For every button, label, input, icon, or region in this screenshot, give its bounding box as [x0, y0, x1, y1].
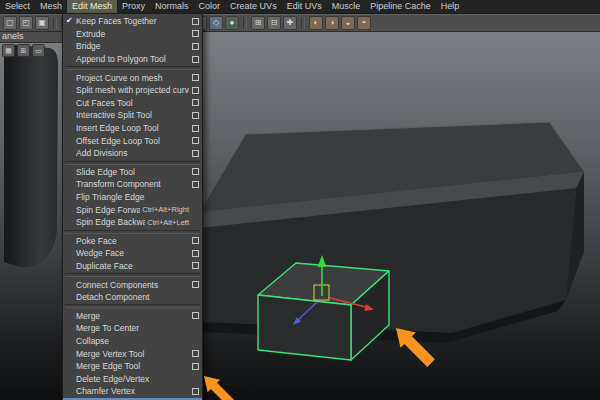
- option-box-icon[interactable]: [192, 112, 199, 119]
- menu-item-label: Append to Polygon Tool: [76, 54, 189, 64]
- menu-separator: [65, 304, 200, 308]
- menubar-item-edit-uvs[interactable]: Edit UVs: [282, 0, 327, 13]
- option-box-icon[interactable]: [192, 350, 199, 357]
- menubar-item-color[interactable]: Color: [194, 0, 226, 13]
- cylinder-object[interactable]: [4, 44, 58, 267]
- menu-item-bridge[interactable]: Bridge: [63, 40, 202, 53]
- menu-item-connect-components[interactable]: Connect Components: [63, 278, 202, 291]
- menu-item-transform-component[interactable]: Transform Component: [63, 178, 202, 191]
- menu-item-merge-to-center[interactable]: Merge To Center: [63, 322, 202, 335]
- render-current-frame-icon[interactable]: ◑: [325, 16, 339, 30]
- ipr-render-icon[interactable]: ◒: [341, 16, 355, 30]
- option-box-spacer: [192, 337, 199, 344]
- option-box-icon[interactable]: [192, 281, 199, 288]
- menu-item-add-divisions[interactable]: Add Divisions: [63, 147, 202, 160]
- toolbar-separator: [243, 17, 247, 29]
- menu-item-label: Collapse: [76, 336, 189, 346]
- option-box-spacer: [192, 219, 199, 226]
- menu-item-spin-edge-backward[interactable]: Spin Edge BackwardCtrl+Alt+Left: [63, 216, 202, 229]
- menu-item-split-mesh-with-projected-curve[interactable]: Split mesh with projected curve: [63, 84, 202, 97]
- menubar-item-pipeline-cache[interactable]: Pipeline Cache: [365, 0, 436, 13]
- menu-item-keep-faces-together[interactable]: ✔Keep Faces Together: [63, 15, 202, 28]
- menu-item-project-curve-on-mesh[interactable]: Project Curve on mesh: [63, 71, 202, 84]
- option-box-icon[interactable]: [192, 74, 199, 81]
- option-box-icon[interactable]: [192, 56, 199, 63]
- menu-item-label: Cut Faces Tool: [76, 98, 189, 108]
- option-box-spacer: [192, 325, 199, 332]
- menu-item-interactive-split-tool[interactable]: Interactive Split Tool: [63, 109, 202, 122]
- input-connections-icon[interactable]: ⊞: [251, 16, 265, 30]
- menubar-item-edit-mesh[interactable]: Edit Mesh: [67, 0, 117, 13]
- option-box-icon[interactable]: [192, 87, 199, 94]
- menu-item-label: Connect Components: [76, 280, 189, 290]
- option-box-icon[interactable]: [192, 125, 199, 132]
- option-box-icon[interactable]: [192, 168, 199, 175]
- option-box-icon[interactable]: [192, 137, 199, 144]
- menu-item-collapse[interactable]: Collapse: [63, 335, 202, 348]
- menu-item-label: Wedge Face: [76, 248, 189, 258]
- menu-item-label: Merge Vertex Tool: [76, 349, 189, 359]
- option-box-icon[interactable]: [192, 18, 199, 25]
- file-new-icon[interactable]: ▢: [3, 16, 17, 30]
- menubar-item-create-uvs[interactable]: Create UVs: [225, 0, 282, 13]
- menu-item-label: Duplicate Face: [76, 261, 189, 271]
- snap-to-plane-icon[interactable]: ◇: [209, 16, 223, 30]
- option-box-icon[interactable]: [192, 388, 199, 395]
- render-settings-icon[interactable]: ◓: [357, 16, 371, 30]
- menu-item-insert-edge-loop-tool[interactable]: Insert Edge Loop Tool: [63, 122, 202, 135]
- option-box-icon[interactable]: [192, 150, 199, 157]
- menu-item-offset-edge-loop-tool[interactable]: Offset Edge Loop Tool: [63, 134, 202, 147]
- menu-item-label: Add Divisions: [76, 148, 189, 158]
- option-box-icon[interactable]: [192, 237, 199, 244]
- menu-item-detach-component[interactable]: Detach Component: [63, 291, 202, 304]
- menu-item-chamfer-vertex[interactable]: Chamfer Vertex: [63, 385, 202, 398]
- menu-item-slide-edge-tool[interactable]: Slide Edge Tool: [63, 166, 202, 179]
- menu-separator: [65, 66, 200, 70]
- option-box-icon[interactable]: [192, 99, 199, 106]
- menu-item-append-to-polygon-tool[interactable]: Append to Polygon Tool: [63, 53, 202, 66]
- menu-item-merge-edge-tool[interactable]: Merge Edge Tool: [63, 360, 202, 373]
- make-live-icon[interactable]: ●: [225, 16, 239, 30]
- menubar-item-mesh[interactable]: Mesh: [35, 0, 67, 13]
- menu-item-flip-triangle-edge[interactable]: Flip Triangle Edge: [63, 191, 202, 204]
- option-box-icon[interactable]: [192, 30, 199, 37]
- construction-history-icon[interactable]: ✚: [283, 16, 297, 30]
- menu-item-label: Chamfer Vertex: [76, 386, 189, 396]
- output-connections-icon[interactable]: ⊟: [267, 16, 281, 30]
- menu-item-label: Interactive Split Tool: [76, 110, 189, 120]
- option-box-icon[interactable]: [192, 363, 199, 370]
- menu-item-merge[interactable]: Merge: [63, 309, 202, 322]
- menu-item-delete-edge-vertex[interactable]: Delete Edge/Vertex: [63, 372, 202, 385]
- menu-item-extrude[interactable]: Extrude: [63, 28, 202, 41]
- menu-item-spin-edge-forward[interactable]: Spin Edge ForwardCtrl+Alt+Right: [63, 203, 202, 216]
- render-view-icon[interactable]: ◐: [309, 16, 323, 30]
- panel-gate-icon[interactable]: ▭: [32, 44, 45, 57]
- panel-grid-icon[interactable]: ⊞: [17, 44, 30, 57]
- option-box-icon[interactable]: [192, 262, 199, 269]
- menu-item-merge-vertex-tool[interactable]: Merge Vertex Tool: [63, 347, 202, 360]
- menubar-item-help[interactable]: Help: [436, 0, 465, 13]
- option-box-icon[interactable]: [192, 43, 199, 50]
- option-box-icon[interactable]: [192, 312, 199, 319]
- menubar-item-select[interactable]: Select: [0, 0, 35, 13]
- menubar-item-muscle[interactable]: Muscle: [327, 0, 366, 13]
- menu-item-poke-face[interactable]: Poke Face: [63, 235, 202, 248]
- menu-item-label: Extrude: [76, 29, 189, 39]
- menu-item-duplicate-face[interactable]: Duplicate Face: [63, 260, 202, 273]
- panel-camera-icon[interactable]: ▦: [2, 44, 15, 57]
- file-open-icon[interactable]: ◰: [19, 16, 33, 30]
- menu-item-label: Delete Edge/Vertex: [76, 374, 189, 384]
- option-box-icon[interactable]: [192, 250, 199, 257]
- file-save-icon[interactable]: ▣: [35, 16, 49, 30]
- shortcut-label: Ctrl+Alt+Right: [142, 205, 189, 214]
- menu-item-cut-faces-tool[interactable]: Cut Faces Tool: [63, 97, 202, 110]
- menu-item-wedge-face[interactable]: Wedge Face: [63, 247, 202, 260]
- cube-front-face[interactable]: [258, 295, 351, 360]
- option-box-icon[interactable]: [192, 181, 199, 188]
- menu-item-label: Merge Edge Tool: [76, 361, 189, 371]
- selected-cube[interactable]: [258, 263, 389, 360]
- menu-item-label: Transform Component: [76, 179, 189, 189]
- menubar-item-proxy[interactable]: Proxy: [117, 0, 150, 13]
- panel-toolbar: ▦⊞▭: [0, 43, 45, 57]
- menubar-item-normals[interactable]: Normals: [150, 0, 194, 13]
